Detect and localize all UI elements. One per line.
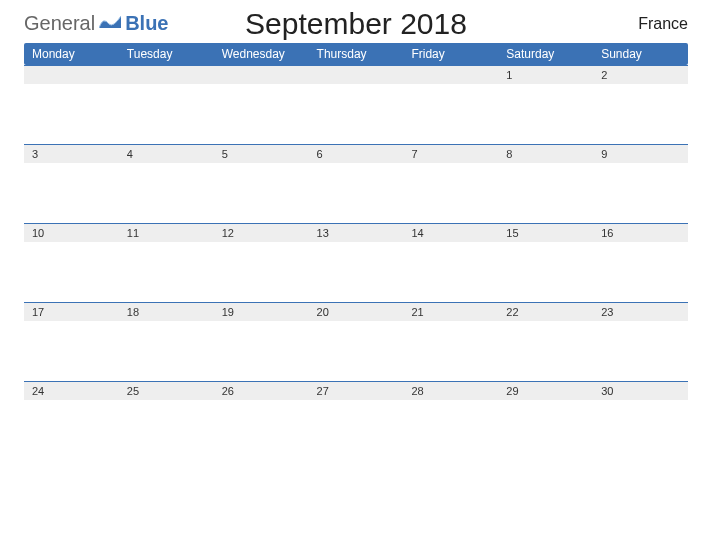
date-num: 3 — [24, 145, 119, 163]
day-header: Saturday — [498, 43, 593, 65]
date-num: 8 — [498, 145, 593, 163]
day-header: Monday — [24, 43, 119, 65]
day-header: Sunday — [593, 43, 688, 65]
date-num: 6 — [309, 145, 404, 163]
date-num: 25 — [119, 382, 214, 400]
date-num: 16 — [593, 224, 688, 242]
date-num: 10 — [24, 224, 119, 242]
page-title: September 2018 — [245, 7, 467, 41]
week-cell: 1 2 — [24, 66, 688, 144]
day-header-row: Monday Tuesday Wednesday Thursday Friday… — [24, 43, 688, 65]
day-header: Wednesday — [214, 43, 309, 65]
date-num: 18 — [119, 303, 214, 321]
date-num — [403, 66, 498, 84]
week-cell: 3 4 5 6 7 8 9 — [24, 145, 688, 223]
locale-label: France — [638, 15, 688, 33]
date-num: 21 — [403, 303, 498, 321]
wave-icon — [99, 12, 121, 35]
week-cell: 24 25 26 27 28 29 30 — [24, 382, 688, 460]
week-row: 10 11 12 13 14 15 16 — [24, 223, 688, 302]
week-row: 24 25 26 27 28 29 30 — [24, 381, 688, 460]
date-num — [24, 66, 119, 84]
date-num: 13 — [309, 224, 404, 242]
date-num: 1 — [498, 66, 593, 84]
date-num: 29 — [498, 382, 593, 400]
date-num: 20 — [309, 303, 404, 321]
logo: General Blue — [24, 12, 169, 35]
date-num: 27 — [309, 382, 404, 400]
date-num: 17 — [24, 303, 119, 321]
date-num: 4 — [119, 145, 214, 163]
date-num: 22 — [498, 303, 593, 321]
date-num: 28 — [403, 382, 498, 400]
logo-word2: Blue — [125, 12, 168, 35]
week-row: 17 18 19 20 21 22 23 — [24, 302, 688, 381]
date-num: 5 — [214, 145, 309, 163]
date-num: 15 — [498, 224, 593, 242]
week-row: 3 4 5 6 7 8 9 — [24, 144, 688, 223]
day-header: Friday — [403, 43, 498, 65]
date-num: 2 — [593, 66, 688, 84]
logo-word1: General — [24, 12, 95, 35]
date-num: 7 — [403, 145, 498, 163]
day-header: Thursday — [309, 43, 404, 65]
date-num: 14 — [403, 224, 498, 242]
week-row: 1 2 — [24, 65, 688, 144]
day-header: Tuesday — [119, 43, 214, 65]
date-num: 11 — [119, 224, 214, 242]
date-num: 30 — [593, 382, 688, 400]
header: General Blue September 2018 France — [24, 12, 688, 35]
date-num: 12 — [214, 224, 309, 242]
date-num: 24 — [24, 382, 119, 400]
date-num — [214, 66, 309, 84]
calendar: Monday Tuesday Wednesday Thursday Friday… — [24, 43, 688, 460]
date-num — [119, 66, 214, 84]
date-num — [309, 66, 404, 84]
week-cell: 17 18 19 20 21 22 23 — [24, 303, 688, 381]
date-num: 23 — [593, 303, 688, 321]
date-num: 26 — [214, 382, 309, 400]
week-cell: 10 11 12 13 14 15 16 — [24, 224, 688, 302]
date-num: 9 — [593, 145, 688, 163]
date-num: 19 — [214, 303, 309, 321]
